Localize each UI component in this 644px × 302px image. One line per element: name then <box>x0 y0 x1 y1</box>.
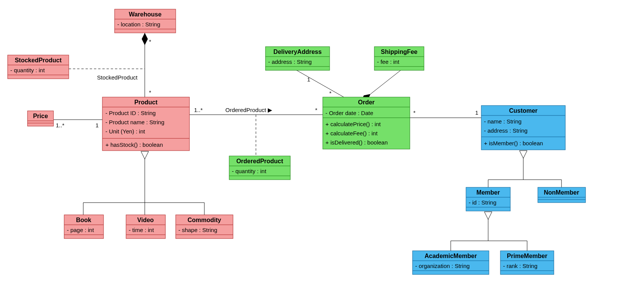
gen-product-children <box>83 151 204 215</box>
class-primemember: PrimeMember - rank : String <box>500 251 554 274</box>
class-op: + isDelivered() : boolean <box>325 139 388 146</box>
class-attr: - organization : String <box>415 263 470 269</box>
mult-product-one-left: 1 <box>95 122 99 128</box>
class-attr: - Product ID : String <box>105 110 156 116</box>
class-attr: - Unit (Yen) : int <box>105 128 145 135</box>
class-op: + calculatePrice() : int <box>325 121 381 127</box>
class-member: Member - id : String <box>466 187 510 211</box>
class-attr: - page : int <box>67 227 94 233</box>
uml-diagram: * * StockedProduct 1..* 1 1..* * Ordered… <box>0 0 644 302</box>
class-customer: Customer - name : String - address : Str… <box>481 106 565 150</box>
class-shippingfee: ShippingFee - fee : int <box>374 47 424 70</box>
class-order: Order - Order date : Date + calculatePri… <box>323 97 410 149</box>
class-attr: - fee : int <box>377 58 400 65</box>
svg-marker-1 <box>142 33 148 45</box>
class-title: AcademicMember <box>425 253 477 259</box>
mult-product-star-up: * <box>149 89 151 96</box>
mult-order-star-right: * <box>413 109 416 116</box>
class-title: StockedProduct <box>15 57 62 63</box>
assoc-deliveryaddress-order: 1 * <box>296 70 344 97</box>
class-attr: - rank : String <box>503 263 537 269</box>
svg-line-5 <box>296 70 344 97</box>
class-video: Video - time : int <box>126 215 165 239</box>
assoc-price-product: 1..* 1 <box>53 120 102 128</box>
mult-order-star-del: * <box>329 90 332 96</box>
class-attr: - quantity : int <box>232 168 267 174</box>
class-attr: - quantity : int <box>10 67 45 73</box>
class-nonmember: NonMember <box>538 187 586 203</box>
class-attr: - shape : String <box>178 227 217 233</box>
class-title: Product <box>134 99 158 106</box>
class-op: + calculateFee() : int <box>325 130 378 136</box>
class-title: DeliveryAddress <box>273 49 322 55</box>
class-orderedproduct: OrderedProduct - quantity : int <box>229 156 290 180</box>
svg-line-6 <box>371 70 401 94</box>
class-title: Warehouse <box>129 11 162 18</box>
class-title: Video <box>137 217 154 223</box>
assoc-name-orderedproduct: OrderedProduct▶ <box>225 107 272 113</box>
class-title: Commodity <box>188 217 221 223</box>
class-title: ShippingFee <box>381 49 417 55</box>
class-attr: - address : String <box>268 58 312 65</box>
mult-order-star-left: * <box>315 107 317 113</box>
class-warehouse: Warehouse - location : String <box>115 9 176 33</box>
class-title: PrimeMember <box>507 253 547 259</box>
class-product: Product - Product ID : String - Product … <box>102 97 189 151</box>
assoc-order-customer: * 1 <box>409 109 481 118</box>
class-attr: - Order date : Date <box>325 110 373 116</box>
assoc-product-order: 1..* * OrderedProduct▶ <box>189 107 323 115</box>
class-op: + isMember() : boolean <box>484 140 543 146</box>
class-attr: - Product name : String <box>105 119 164 125</box>
class-title: NonMember <box>544 189 579 196</box>
class-academicmember: AcademicMember - organization : String <box>413 251 489 274</box>
mult-customer-one: 1 <box>475 109 478 116</box>
class-attr: - address : String <box>484 127 527 134</box>
class-deliveryaddress: DeliveryAddress - address : String <box>265 47 330 70</box>
class-attr: - time : int <box>129 227 154 233</box>
assoc-product-warehouse: * * StockedProduct <box>97 33 151 97</box>
class-title: Member <box>476 189 500 196</box>
gen-customer-children <box>488 151 561 187</box>
class-price: Price <box>28 111 53 126</box>
class-title: Customer <box>509 107 538 114</box>
mult-delivery-one: 1 <box>307 76 310 83</box>
class-title: Book <box>76 217 91 223</box>
class-book: Book - page : int <box>64 215 104 239</box>
class-commodity: Commodity - shape : String <box>176 215 233 239</box>
class-attr: - id : String <box>469 199 497 206</box>
class-op: + hasStock() : boolean <box>105 141 163 148</box>
assoc-name-stockedproduct: StockedProduct <box>97 74 138 81</box>
class-title: Order <box>358 99 375 106</box>
mult-price-onestar: 1..* <box>56 122 65 128</box>
mult-product-onestar: 1..* <box>194 107 203 113</box>
class-title: Price <box>33 113 48 119</box>
class-attr: - location : String <box>117 21 160 28</box>
gen-member-children <box>451 212 527 251</box>
mult-warehouse-star: * <box>149 38 151 45</box>
class-attr: - name : String <box>484 118 521 125</box>
class-stockedproduct: StockedProduct - quantity : int <box>8 55 69 79</box>
class-title: OrderedProduct <box>236 158 283 164</box>
